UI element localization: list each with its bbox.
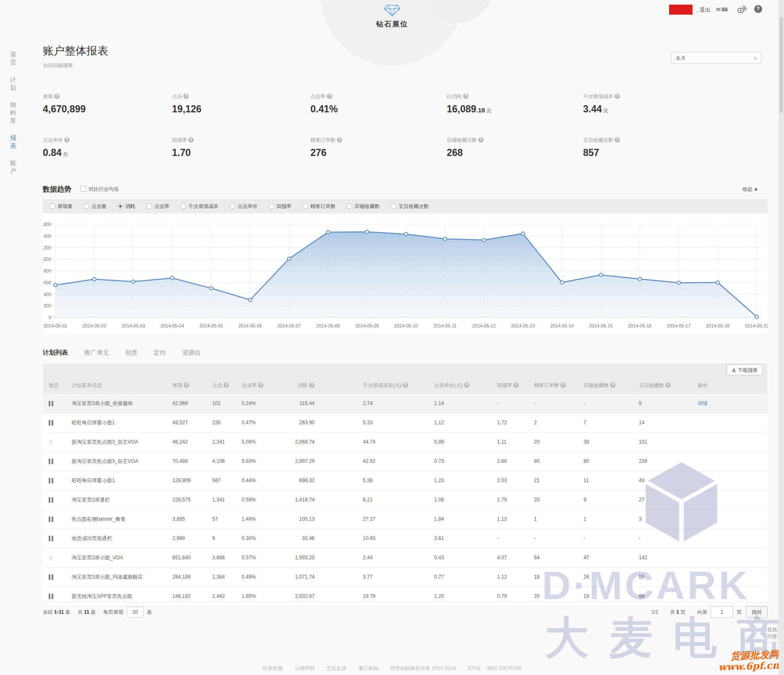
footer-link-廉正邮箱[interactable]: 廉正邮箱 [358, 665, 378, 671]
footer-link-意见反馈[interactable]: 意见反馈 [326, 665, 346, 671]
metric-cell: 80 [583, 452, 639, 471]
help-icon[interactable]: ? [183, 93, 189, 99]
metric-radio-宝贝收藏次数[interactable]: 宝贝收藏次数 [391, 203, 429, 210]
metric-cell: 64 [534, 548, 583, 567]
stat-label: 展现? [43, 93, 86, 100]
metric-radio-千次展现成本[interactable]: 千次展现成本 [180, 203, 219, 210]
metric-radio-点击率[interactable]: 点击率 [146, 203, 169, 210]
logout-link[interactable]: ，退出 [694, 6, 711, 14]
plans-tab-资源位[interactable]: 资源位 [182, 349, 201, 356]
hand-pointer-icon[interactable]: ☝ [49, 554, 52, 561]
column-header-状态: 状态 [43, 382, 72, 389]
username-redacted[interactable] [669, 5, 693, 15]
metric-radio-顾客订单数[interactable]: 顾客订单数 [302, 203, 336, 210]
pause-icon[interactable] [49, 535, 55, 541]
action-cell [698, 548, 748, 567]
pause-icon[interactable] [49, 458, 55, 464]
metric-cell: 1.48% [242, 510, 276, 529]
pause-icon[interactable] [49, 478, 55, 483]
metric-cell: 3.61 [434, 529, 497, 548]
date-range-select[interactable]: 本月 ∨ [671, 52, 761, 64]
help-icon[interactable]: ? [327, 93, 332, 99]
plan-row[interactable]: 淘宝首页3屏小图_依俊服饰42,0691010.24%115.442.741.1… [43, 394, 768, 413]
help-icon[interactable]: ? [463, 93, 469, 99]
metric-cell: - [583, 529, 639, 548]
pause-icon[interactable] [49, 420, 55, 426]
sidebar-item-报表[interactable]: 报表 [10, 134, 18, 150]
metric-radio-消耗[interactable]: 消耗 [117, 203, 135, 210]
pause-icon[interactable] [49, 516, 55, 522]
pause-icon[interactable] [49, 497, 55, 503]
help-icon[interactable]: ? [665, 382, 671, 388]
old-report-link[interactable]: 访问旧版报表 [43, 62, 73, 69]
plans-tab-创意[interactable]: 创意 [125, 349, 138, 356]
plan-row[interactable]: 新淘宝首页焦点图3_自主VOA70,4884,1065.83%2,997.294… [43, 452, 768, 471]
help-icon[interactable]: ? [610, 382, 615, 388]
help-icon[interactable]: ? [615, 137, 620, 143]
help-icon[interactable]: ? [337, 137, 342, 143]
collapse-link[interactable]: 收起∧ [742, 186, 758, 193]
pause-icon[interactable] [49, 400, 55, 406]
footer-link-联系客服[interactable]: 联系客服 [263, 665, 283, 671]
plans-tab-定向[interactable]: 定向 [154, 349, 166, 356]
column-header-计划基本信息: 计划基本信息 [72, 382, 172, 389]
mail-count: 88 [721, 6, 727, 13]
sidebar-item-账户[interactable]: 账户 [10, 159, 18, 175]
plan-row[interactable]: ☝淘宝首页3屏小图_VOA651,6403,6860.57%1,593.252.… [43, 548, 768, 568]
plan-row[interactable]: 收货成功页面通栏2,96990.30%32.4610.933.61---- [43, 529, 768, 548]
metric-cell: 57 [212, 510, 242, 529]
online-help-tab[interactable]: 在线问答 [766, 624, 778, 642]
pause-icon[interactable] [49, 574, 55, 580]
help-icon[interactable]: ? [54, 93, 60, 99]
help-icon[interactable]: ? [403, 382, 408, 388]
help-icon[interactable]: ? [560, 382, 566, 388]
scrollbar[interactable] [779, 0, 784, 675]
weibo-icon[interactable] [737, 5, 747, 15]
metric-cell: 11 [583, 471, 639, 490]
metric-cell: 228,575 [172, 491, 212, 509]
stat-label: 点击单价? [43, 137, 70, 144]
goto-page-input[interactable] [711, 606, 733, 618]
scrollbar-thumb[interactable] [779, 17, 783, 113]
footer-link-法律声明[interactable]: 法律声明 [294, 665, 315, 671]
metric-cell: 2.03 [497, 471, 534, 490]
hand-pointer-icon[interactable]: ☝ [49, 439, 52, 446]
sidebar-item-首页[interactable]: 首页 [10, 50, 18, 66]
metric-radio-店铺收藏数[interactable]: 店铺收藏数 [346, 203, 380, 210]
plan-row[interactable]: ☝新淘宝首页焦点图3_自主VOA46,2422,3415.06%2,068.74… [43, 433, 768, 452]
per-page-select[interactable]: 20 [127, 607, 143, 618]
stat-value: 276 [310, 147, 342, 158]
help-icon[interactable]: ? [309, 382, 315, 388]
sidebar-item-物料库[interactable]: 物料库 [10, 101, 18, 125]
help-icon[interactable]: ? [615, 93, 620, 99]
plans-tab-推广单元[interactable]: 推广单元 [84, 349, 109, 356]
column-header-宝贝收藏数: 宝贝收藏数? [639, 382, 698, 389]
mail-icon[interactable]: ✉88 [716, 6, 727, 13]
goto-button[interactable]: 跳转 [746, 606, 768, 618]
metric-radio-回报率[interactable]: 回报率 [268, 203, 292, 210]
metric-radio-点击单价[interactable]: 点击单价 [229, 203, 258, 210]
help-icon[interactable]: ? [464, 382, 469, 388]
help-icon[interactable]: ? [184, 382, 189, 388]
plan-row[interactable]: 焦点图右侧banner_佩曼3,855571.48%105.1327.271.8… [43, 510, 768, 529]
help-icon[interactable]: ? [224, 382, 229, 388]
help-icon[interactable]: ? [754, 5, 762, 13]
plan-row[interactable]: 淘宝首页3屏小图_玛洛葳旗舰店284,1891,3840.49%1,071.74… [43, 568, 768, 587]
plans-tab-计划列表[interactable]: 计划列表 [43, 349, 68, 356]
sidebar-item-计划[interactable]: 计划 [10, 75, 18, 91]
plan-row[interactable]: 旺旺每日弹窗小图1129,9095670.44%698.325.381.232.… [43, 471, 768, 491]
help-icon[interactable]: ? [513, 382, 519, 388]
metric-radio-点击量[interactable]: 点击量 [83, 203, 107, 210]
plan-row[interactable]: 旺旺每日弹窗小图149,5272350.47%263.905.331.121.7… [43, 413, 768, 433]
plan-row[interactable]: 淘宝首页3屏通栏228,5751,3410.59%1,418.746.211.0… [43, 491, 768, 510]
pause-icon[interactable] [49, 593, 55, 599]
help-icon[interactable]: ? [478, 137, 484, 143]
help-icon[interactable]: ? [258, 382, 263, 388]
stat-展现: 展现?4,670,899 [43, 93, 86, 115]
metric-radio-展现量[interactable]: 展现量 [49, 203, 73, 210]
download-report-button[interactable]: 下载报表 [727, 364, 763, 375]
detail-link[interactable]: 详情 [698, 400, 708, 406]
help-icon[interactable]: ? [64, 137, 70, 143]
help-icon[interactable]: ? [188, 137, 194, 143]
compare-industry-checkbox[interactable]: 对比行业均值 [81, 186, 119, 193]
